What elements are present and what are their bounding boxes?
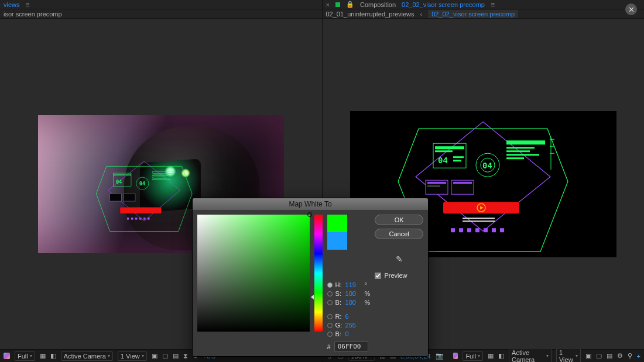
dialog-title: Map White To [193, 198, 428, 210]
svg-rect-55 [492, 228, 496, 232]
left-breadcrumb: isor screen precomp [0, 9, 322, 19]
field-h[interactable]: H:119° [327, 281, 371, 288]
svg-rect-42 [427, 185, 440, 187]
svg-rect-54 [484, 228, 488, 232]
panel-menu-icon[interactable]: ≡ [26, 1, 30, 9]
svg-rect-24 [435, 150, 453, 152]
svg-text:04: 04 [482, 161, 492, 170]
hud-overlay-left: 04 04 [89, 147, 198, 247]
chevron-left-icon: ‹ [420, 11, 423, 18]
grid-icon[interactable]: ▦ [40, 352, 46, 360]
svg-rect-31 [506, 140, 545, 144]
tab-views[interactable]: views [4, 1, 20, 8]
svg-rect-49 [463, 220, 495, 222]
svg-rect-35 [506, 157, 524, 159]
tab-composition-prefix: Composition [360, 1, 396, 8]
mask-icon[interactable]: ◧ [50, 352, 56, 360]
region-icon[interactable]: ▤ [607, 352, 612, 360]
breadcrumb-item[interactable]: isor screen precomp [4, 11, 62, 18]
hue-slider[interactable] [314, 215, 322, 332]
breadcrumb-active[interactable]: 02_02_visor screen precomp [428, 10, 518, 18]
exposure-add-icon[interactable]: + [637, 353, 640, 360]
svg-text:04: 04 [438, 156, 448, 165]
svg-rect-32 [506, 147, 535, 149]
svg-rect-15 [131, 218, 133, 220]
field-r[interactable]: R:6 [327, 313, 371, 320]
share-icon[interactable]: ⚙ [617, 352, 623, 360]
channel-swatch-icon[interactable] [453, 353, 458, 359]
preview-checkbox[interactable]: Preview [375, 272, 423, 279]
svg-rect-13 [120, 207, 161, 213]
field-b[interactable]: B:100% [327, 299, 371, 306]
camera-dropdown[interactable]: Active Camera▾ [61, 351, 113, 361]
lock-icon[interactable]: 🔒 [346, 1, 354, 8]
toggle-transparency-icon[interactable]: ▢ [596, 352, 602, 360]
sv-caret-icon [311, 295, 314, 299]
svg-rect-23 [435, 146, 464, 149]
panel-menu-icon[interactable]: ≡ [491, 1, 495, 9]
svg-rect-48 [463, 218, 495, 219]
settings-icon[interactable]: ⚲ [628, 352, 632, 360]
svg-text:04: 04 [116, 178, 122, 184]
svg-rect-11 [109, 194, 121, 201]
timecode-icon[interactable]: ⧗ [183, 352, 188, 360]
svg-rect-27 [453, 160, 461, 161]
toggle-transparency-icon[interactable]: ▢ [162, 352, 168, 360]
magnification-dropdown[interactable]: Full▾ [15, 351, 35, 361]
svg-text:04: 04 [139, 181, 145, 187]
svg-rect-33 [506, 150, 530, 152]
channel-swatch-icon[interactable] [4, 353, 10, 359]
svg-rect-12 [124, 194, 135, 201]
toggle-pixel-icon[interactable]: ▣ [152, 352, 157, 360]
camera-dropdown[interactable]: Active Camera▾ [509, 348, 551, 363]
view-dropdown[interactable]: 1 View▾ [556, 348, 581, 363]
svg-rect-50 [451, 228, 455, 232]
svg-rect-53 [475, 228, 479, 232]
svg-rect-18 [143, 218, 146, 220]
field-hex[interactable]: #06FF00 [327, 342, 371, 351]
svg-rect-52 [467, 228, 471, 232]
eyedropper-icon[interactable]: ✎ [375, 254, 423, 265]
svg-rect-51 [459, 228, 463, 232]
saturation-value-box[interactable] [197, 215, 310, 332]
color-picker-dialog: Map White To H:119° S:100% B:100% R:6 G:… [192, 198, 429, 357]
svg-rect-44 [453, 182, 472, 184]
comp-indicator-icon [335, 2, 340, 7]
magnification-dropdown[interactable]: Full▾ [463, 351, 483, 361]
svg-rect-26 [453, 156, 464, 158]
cancel-button[interactable]: Cancel [375, 229, 423, 239]
swatch-new [327, 215, 347, 232]
region-icon[interactable]: ▤ [173, 352, 179, 360]
svg-rect-7 [153, 171, 173, 174]
right-breadcrumb: 02_01_uninterrupted_previews ‹ 02_02_vis… [323, 9, 645, 19]
view-dropdown[interactable]: 1 View▾ [118, 351, 147, 361]
field-g[interactable]: G:255 [327, 322, 371, 329]
svg-rect-16 [135, 218, 138, 220]
swatch-old[interactable] [327, 232, 347, 250]
close-icon[interactable]: ✕ [625, 4, 637, 15]
tab-composition[interactable]: 02_02_visor screen precomp [402, 1, 485, 8]
breadcrumb-item[interactable]: 02_01_uninterrupted_previews [326, 11, 415, 18]
svg-rect-3 [114, 174, 130, 175]
svg-rect-19 [148, 218, 150, 220]
svg-rect-17 [139, 218, 142, 220]
field-blue[interactable]: B:0 [327, 330, 371, 337]
snapshot-icon[interactable]: 📷 [436, 352, 444, 360]
mask-icon[interactable]: ◧ [498, 352, 504, 360]
svg-rect-34 [506, 154, 539, 156]
svg-rect-8 [153, 174, 168, 175]
right-panel-tabs: × 🔒 Composition 02_02_visor screen preco… [323, 0, 645, 9]
left-panel-tabs: views ≡ [0, 0, 322, 9]
sv-cursor-icon[interactable] [307, 212, 312, 217]
svg-rect-41 [427, 182, 446, 184]
svg-rect-14 [127, 218, 129, 220]
toggle-pixel-icon[interactable]: ▣ [585, 352, 591, 360]
svg-marker-21 [416, 122, 550, 231]
field-s[interactable]: S:100% [327, 290, 371, 297]
grid-icon[interactable]: ▦ [488, 352, 494, 360]
svg-rect-56 [500, 228, 504, 232]
ok-button[interactable]: OK [375, 215, 423, 225]
